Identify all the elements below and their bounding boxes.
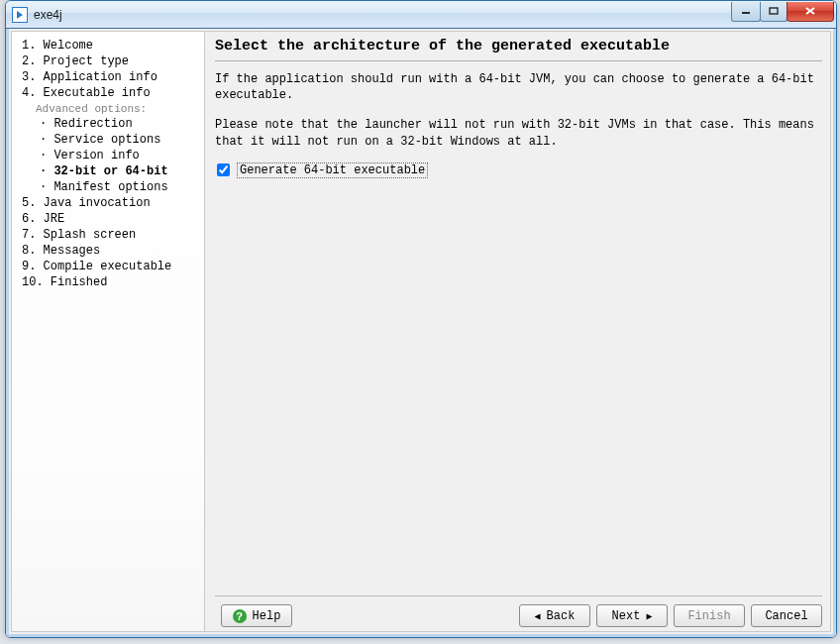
paragraph-1: If the application should run with a 64-… — [215, 71, 822, 103]
client-area: 1. Welcome 2. Project type 3. Applicatio… — [6, 29, 836, 637]
nav-sub-32bit-or-64bit[interactable]: · 32-bit or 64-bit — [16, 163, 200, 179]
generate-64bit-row[interactable]: Generate 64-bit executable — [215, 163, 822, 177]
arrow-right-icon: ▶ — [646, 610, 652, 622]
svg-rect-2 — [770, 8, 778, 14]
page-heading: Select the architecture of the generated… — [215, 36, 822, 61]
nav-sub-version-info[interactable]: · Version info — [16, 148, 200, 163]
back-button[interactable]: ◀ Back — [519, 604, 590, 627]
generate-64bit-checkbox[interactable] — [217, 163, 230, 176]
nav-sub-manifest-options[interactable]: · Manifest options — [16, 179, 200, 195]
paragraph-2: Please note that the launcher will not r… — [215, 117, 822, 149]
titlebar: exe4j — [6, 1, 836, 29]
finish-button-label: Finish — [687, 609, 730, 623]
close-button[interactable] — [787, 2, 834, 22]
minimize-icon — [741, 7, 751, 15]
next-button[interactable]: Next ▶ — [596, 604, 668, 627]
nav-step-welcome[interactable]: 1. Welcome — [16, 38, 200, 54]
nav-step-jre[interactable]: 6. JRE — [16, 211, 200, 227]
window-controls — [732, 2, 834, 22]
close-icon — [804, 6, 816, 16]
help-button-label: Help — [253, 609, 281, 623]
help-button[interactable]: ? Help — [221, 604, 292, 627]
minimize-button[interactable] — [731, 2, 761, 22]
nav-sub-service-options[interactable]: · Service options — [16, 132, 200, 148]
nav-step-project-type[interactable]: 2. Project type — [16, 54, 200, 69]
window-title: exe4j — [34, 8, 62, 22]
nav-step-splash-screen[interactable]: 7. Splash screen — [16, 227, 200, 243]
svg-rect-1 — [742, 12, 750, 14]
finish-button[interactable]: Finish — [674, 604, 745, 627]
generate-64bit-label: Generate 64-bit executable — [238, 163, 427, 177]
maximize-icon — [769, 7, 779, 15]
wizard-footer: ? Help ◀ Back Next ▶ Finish Cancel — [215, 595, 822, 627]
cancel-button-label: Cancel — [765, 609, 807, 623]
arrow-left-icon: ◀ — [535, 610, 541, 622]
nav-step-application-info[interactable]: 3. Application info — [16, 69, 200, 85]
svg-marker-0 — [17, 11, 23, 19]
nav-step-finished[interactable]: 10. Finished — [16, 274, 200, 290]
maximize-button[interactable] — [760, 2, 788, 22]
next-button-label: Next — [612, 609, 641, 623]
app-icon — [12, 7, 28, 23]
wizard-sidebar: 1. Welcome 2. Project type 3. Applicatio… — [11, 31, 205, 632]
help-icon: ? — [233, 609, 247, 623]
nav-sub-redirection[interactable]: · Redirection — [16, 116, 200, 132]
nav-step-compile-executable[interactable]: 9. Compile executable — [16, 259, 200, 274]
nav-step-java-invocation[interactable]: 5. Java invocation — [16, 195, 200, 211]
nav-step-messages[interactable]: 8. Messages — [16, 243, 200, 259]
nav-advanced-label: Advanced options: — [16, 101, 200, 116]
back-button-label: Back — [547, 609, 576, 623]
main-panel: Select the architecture of the generated… — [205, 31, 831, 632]
nav-step-executable-info[interactable]: 4. Executable info — [16, 85, 200, 101]
cancel-button[interactable]: Cancel — [751, 604, 822, 627]
app-window: exe4j 1. Welcome 2. Project type 3. Appl… — [5, 0, 837, 638]
